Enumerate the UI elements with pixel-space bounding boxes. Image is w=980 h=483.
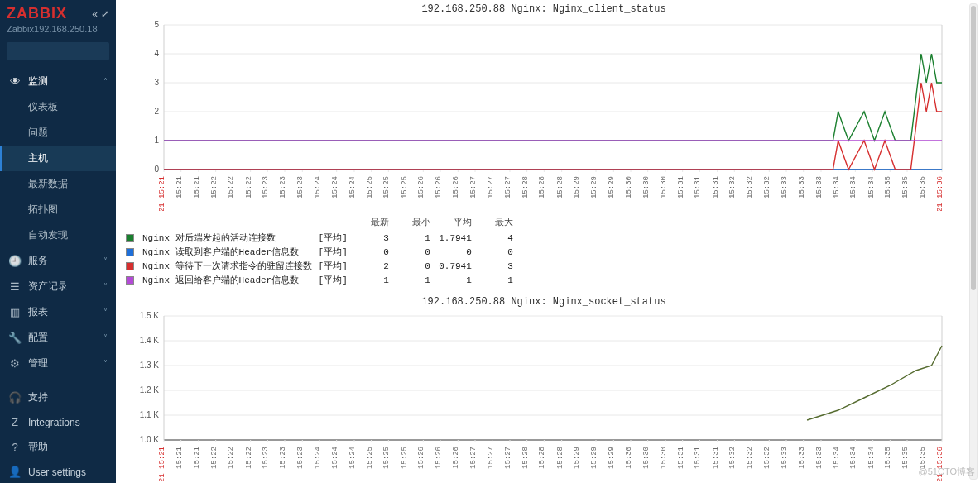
nav-admin[interactable]: ⚙ 管理 ˅ bbox=[0, 351, 116, 376]
svg-text:15:29: 15:29 bbox=[590, 447, 598, 469]
legend-max: 4 bbox=[478, 233, 513, 243]
svg-text:15:22: 15:22 bbox=[227, 176, 235, 198]
svg-text:15:26: 15:26 bbox=[452, 176, 460, 198]
sidebar-item-discovery[interactable]: 自动发现 bbox=[0, 222, 116, 248]
svg-text:15:28: 15:28 bbox=[538, 176, 546, 198]
sidebar-item-problems[interactable]: 问题 bbox=[0, 120, 116, 146]
nav-user-settings[interactable]: 👤 User settings bbox=[0, 460, 116, 483]
svg-text:1.2 K: 1.2 K bbox=[140, 385, 160, 395]
legend-latest: 3 bbox=[354, 233, 389, 243]
svg-text:15:21: 15:21 bbox=[175, 176, 184, 198]
svg-text:15:34: 15:34 bbox=[833, 447, 841, 469]
expand-icon[interactable]: ⤢ bbox=[101, 8, 109, 20]
svg-text:15:30: 15:30 bbox=[642, 447, 651, 469]
nav-help[interactable]: ? 帮助 bbox=[0, 434, 116, 460]
svg-text:15:27: 15:27 bbox=[504, 447, 512, 469]
chart-socket-status: 192.168.250.88 Nginx: Nginx_socket_statu… bbox=[122, 294, 965, 481]
nav-reports[interactable]: ▥ 报表 ˅ bbox=[0, 299, 116, 325]
search-input-wrap[interactable]: 🔍 bbox=[7, 42, 109, 60]
svg-text:05-21 15:21: 05-21 15:21 bbox=[158, 176, 166, 211]
svg-text:15:26: 15:26 bbox=[452, 447, 460, 469]
legend-avg: 0 bbox=[437, 247, 472, 257]
svg-text:15:23: 15:23 bbox=[279, 447, 287, 469]
nav-services[interactable]: 🕘 服务 ˅ bbox=[0, 248, 116, 274]
svg-text:15:27: 15:27 bbox=[504, 176, 512, 198]
svg-text:15:33: 15:33 bbox=[815, 447, 824, 469]
legend-swatch bbox=[126, 234, 134, 242]
svg-text:15:30: 15:30 bbox=[642, 176, 651, 198]
search-input[interactable] bbox=[12, 46, 126, 56]
svg-text:15:27: 15:27 bbox=[469, 447, 478, 469]
svg-text:15:28: 15:28 bbox=[521, 447, 530, 469]
legend-swatch bbox=[126, 248, 134, 256]
svg-text:15:26: 15:26 bbox=[435, 176, 443, 198]
svg-text:15:35: 15:35 bbox=[901, 176, 910, 198]
sidebar-item-maps[interactable]: 拓扑图 bbox=[0, 197, 116, 222]
svg-text:15:24: 15:24 bbox=[348, 447, 357, 469]
svg-text:15:23: 15:23 bbox=[262, 447, 270, 469]
legend-min: 0 bbox=[396, 261, 430, 271]
nav-integrations[interactable]: Z Integrations bbox=[0, 410, 116, 434]
chart2-title: 192.168.250.88 Nginx: Nginx_socket_statu… bbox=[122, 294, 965, 309]
nav-monitor[interactable]: 👁 监测 ˄ bbox=[0, 69, 116, 94]
headset-icon: 🎧 bbox=[8, 391, 22, 404]
svg-text:15:35: 15:35 bbox=[884, 176, 892, 198]
legend-agg: [平均] bbox=[319, 260, 353, 272]
legend-row: Nginx 读取到客户端的Header信息数[平均]0000 bbox=[126, 246, 518, 258]
svg-text:15:30: 15:30 bbox=[625, 176, 633, 198]
chart2-svg: 1.0 K1.1 K1.2 K1.3 K1.4 K1.5 K05-21 15:2… bbox=[122, 309, 950, 481]
svg-text:15:31: 15:31 bbox=[677, 447, 685, 469]
svg-text:15:28: 15:28 bbox=[556, 176, 564, 198]
chevron-down-icon: ˅ bbox=[103, 333, 108, 342]
nav-config[interactable]: 🔧 配置 ˅ bbox=[0, 325, 116, 351]
collapse-icon[interactable]: « bbox=[92, 8, 98, 20]
svg-text:15:34: 15:34 bbox=[849, 176, 858, 198]
sidebar-item-dashboard[interactable]: 仪表板 bbox=[0, 94, 116, 120]
scrollbar-thumb[interactable] bbox=[971, 6, 976, 290]
svg-text:15:31: 15:31 bbox=[694, 447, 702, 469]
chart1-svg: 01234505-21 15:2115:2115:2115:2215:2215:… bbox=[122, 17, 950, 211]
legend-label: Nginx 读取到客户端的Header信息数 bbox=[142, 246, 317, 258]
legend-table: 最新 最小 平均 最大 Nginx 对后端发起的活动连接数[平均]311.794… bbox=[124, 214, 520, 288]
brand-logo[interactable]: ZABBIX bbox=[7, 5, 92, 22]
legend-avg: 1 bbox=[437, 275, 472, 285]
svg-text:15:21: 15:21 bbox=[193, 176, 201, 198]
chevron-down-icon: ˅ bbox=[103, 282, 108, 291]
svg-text:15:23: 15:23 bbox=[279, 176, 287, 198]
chart-icon: ▥ bbox=[8, 306, 22, 318]
svg-text:15:26: 15:26 bbox=[417, 447, 425, 469]
legend-hdr-avg: 平均 bbox=[437, 216, 472, 228]
user-icon: 👤 bbox=[8, 466, 22, 478]
sidebar-item-latest[interactable]: 最新数据 bbox=[0, 171, 116, 197]
nav: 👁 监测 ˄ 仪表板 问题 主机 最新数据 拓扑图 自动发现 🕘 服务 ˅ ☰ … bbox=[0, 69, 116, 483]
svg-text:15:27: 15:27 bbox=[487, 447, 495, 469]
list-icon: ☰ bbox=[8, 280, 22, 293]
nav-inventory[interactable]: ☰ 资产记录 ˅ bbox=[0, 274, 116, 299]
svg-text:15:30: 15:30 bbox=[660, 176, 668, 198]
svg-text:15:22: 15:22 bbox=[227, 447, 235, 469]
sidebar-item-hosts[interactable]: 主机 bbox=[0, 146, 116, 171]
nav-support[interactable]: 🎧 支持 bbox=[0, 385, 116, 410]
svg-text:15:25: 15:25 bbox=[401, 176, 409, 198]
help-icon: ? bbox=[8, 441, 22, 453]
scrollbar[interactable] bbox=[969, 3, 978, 480]
legend-swatch bbox=[126, 262, 134, 270]
svg-text:15:29: 15:29 bbox=[608, 447, 616, 469]
svg-text:1.5 K: 1.5 K bbox=[140, 311, 160, 320]
svg-text:15:28: 15:28 bbox=[538, 447, 546, 469]
svg-text:1.1 K: 1.1 K bbox=[140, 410, 160, 419]
svg-text:15:34: 15:34 bbox=[833, 176, 841, 198]
legend-latest: 0 bbox=[354, 247, 389, 257]
svg-text:15:27: 15:27 bbox=[469, 176, 478, 198]
svg-text:15:34: 15:34 bbox=[867, 176, 876, 198]
svg-text:15:21: 15:21 bbox=[175, 447, 184, 469]
svg-text:15:31: 15:31 bbox=[694, 176, 702, 198]
legend-swatch bbox=[126, 276, 134, 285]
svg-text:05-21 15:36: 05-21 15:36 bbox=[936, 176, 944, 211]
svg-text:15:27: 15:27 bbox=[487, 176, 495, 198]
svg-text:15:33: 15:33 bbox=[798, 176, 806, 198]
svg-text:15:29: 15:29 bbox=[573, 176, 581, 198]
svg-text:15:22: 15:22 bbox=[210, 176, 219, 198]
svg-text:15:33: 15:33 bbox=[781, 176, 789, 198]
svg-text:15:30: 15:30 bbox=[625, 447, 633, 469]
